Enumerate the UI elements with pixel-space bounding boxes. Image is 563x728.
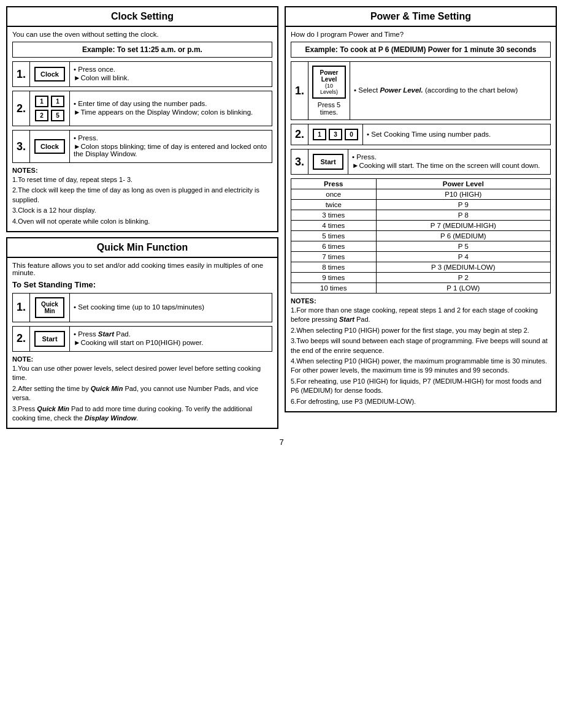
clock-notes: NOTES: 1.To reset time of day, repeat st… <box>12 167 272 226</box>
qm-step2-table: 2. Start Press Start Pad. Cooking will s… <box>12 326 272 352</box>
quick-min-key-line2: Min <box>44 308 55 314</box>
pt-step3-item2: Cooking will start. The time on the scre… <box>352 162 546 169</box>
clock-note-2: 2.The clock will keep the time of day as… <box>12 186 272 205</box>
clock-example: Example: To set 11:25 a.m. or p.m. <box>12 42 272 58</box>
pt-step3-num: 3. <box>291 150 308 175</box>
pt-step3-item1: Press. <box>352 153 546 161</box>
pt-note-6: 6.For defrosting, use P3 (MEDIUM-LOW). <box>291 397 551 406</box>
clock-note-3: 3.Clock is a 12 hour display. <box>12 206 272 215</box>
clock-step2-table: 2. 1 1 2 5 Enter time of day using t <box>12 91 272 126</box>
left-column: Clock Setting You can use the oven witho… <box>6 6 278 429</box>
clock-key-1: Clock <box>34 67 65 82</box>
power-row-2-level: P 9 <box>376 200 550 210</box>
power-level-key: Power Level (10 Levels) <box>312 66 346 99</box>
page-container: Clock Setting You can use the oven witho… <box>6 6 557 429</box>
qm-step2-desc: Press Start Pad. Cooking will start on P… <box>70 326 272 351</box>
power-level-table: Press Power Level onceP10 (HIGH) twiceP … <box>291 178 551 294</box>
clock-key-2: 1 <box>51 96 64 107</box>
clock-key-3b: Clock <box>34 139 65 154</box>
power-level-line3: (10 Levels) <box>317 83 341 95</box>
pt-step1-item1: Select Power Level. (according to the ch… <box>354 86 546 94</box>
power-row-6-level: P 5 <box>376 241 550 252</box>
power-row-5-press: 5 times <box>291 231 377 241</box>
qm-notes: NOTE: 1.You can use other power levels, … <box>12 355 272 423</box>
pt-step1-desc: Select Power Level. (according to the ch… <box>350 62 551 120</box>
power-row-3-press: 3 times <box>291 210 377 221</box>
pt-step2-item1: Set Cooking Time using number pads. <box>367 131 546 138</box>
clock-key-3: 2 <box>35 110 48 121</box>
clock-step1-icon: Clock <box>30 62 70 87</box>
clock-step2-desc: Enter time of day using the number pads.… <box>70 91 272 126</box>
clock-step2-icon: 1 1 2 5 <box>30 91 70 126</box>
clock-step1-table: 1. Clock Press once. Colon will blink. <box>12 61 272 87</box>
pt-step2-num: 2. <box>291 124 308 145</box>
power-row-4-press: 4 times <box>291 221 377 231</box>
pt-note-2: 2.When selecting P10 (HIGH) power for th… <box>291 326 551 335</box>
power-row-7-level: P 4 <box>376 252 550 262</box>
pt-step1-num: 1. <box>291 62 308 120</box>
page-number: 7 <box>6 438 557 447</box>
qm-note-3: 3.Press Quick Min Pad to add more time d… <box>12 404 272 423</box>
pt-notes-title: NOTES: <box>291 297 551 305</box>
start-key-qm: Start <box>34 331 65 347</box>
pt-key-3: 3 <box>329 129 342 140</box>
qm-step2-item1: Press Start Pad. <box>74 330 268 338</box>
power-row-7-press: 7 times <box>291 252 377 262</box>
pt-notes: NOTES: 1.For more than one stage cooking… <box>291 297 551 406</box>
clock-notes-title: NOTES: <box>12 167 272 174</box>
clock-step2-item1: Enter time of day using the number pads. <box>74 100 268 107</box>
power-row-6-press: 6 times <box>291 241 377 252</box>
qm-note-2: 2.After setting the time by Quick Min Pa… <box>12 384 272 403</box>
qm-step2-num: 2. <box>13 326 30 351</box>
clock-step1-num: 1. <box>13 62 30 87</box>
qm-step2-icon: Start <box>30 326 70 351</box>
clock-step3-item1: Press. <box>74 134 268 142</box>
power-row-5-level: P 6 (MEDIUM) <box>376 231 550 241</box>
power-table-header-press: Press <box>291 179 377 189</box>
quick-min-content: This feature allows you to set and/or ad… <box>7 258 277 428</box>
power-time-title: Power & Time Setting <box>286 7 556 27</box>
clock-step2-num: 2. <box>13 91 30 126</box>
quick-min-key: Quick Min <box>35 297 64 318</box>
power-row-10-level: P 1 (LOW) <box>376 283 550 294</box>
qm-note-1: 1.You can use other power levels, select… <box>12 364 272 383</box>
clock-key-1: 1 <box>35 96 48 107</box>
power-row-8-level: P 3 (MEDIUM-LOW) <box>376 262 550 273</box>
power-table-header-level: Power Level <box>376 179 550 189</box>
power-row-4-level: P 7 (MEDIUM-HIGH) <box>376 221 550 231</box>
start-key-pt: Start <box>313 154 343 170</box>
power-row-3-level: P 8 <box>376 210 550 221</box>
power-row-1-press: once <box>291 189 377 200</box>
clock-setting-title: Clock Setting <box>7 7 277 27</box>
quick-min-intro: This feature allows you to set and/or ad… <box>12 262 272 276</box>
quick-min-section: Quick Min Function This feature allows y… <box>6 237 278 429</box>
standing-time-title: To Set Standing Time: <box>12 280 272 289</box>
power-row-9-level: P 2 <box>376 273 550 283</box>
clock-step3-desc: Press. Colon stops blinking; time of day… <box>70 131 272 163</box>
press-5-times: Press 5 times. <box>312 101 346 116</box>
pt-key-0: 0 <box>345 129 358 140</box>
power-row-8-press: 8 times <box>291 262 377 273</box>
clock-step3-icon: Clock <box>30 131 70 163</box>
qm-step1-item1: Set cooking time (up to 10 taps/minutes) <box>74 303 268 311</box>
power-row-1-level: P10 (HIGH) <box>376 189 550 200</box>
qm-notes-title: NOTE: <box>12 355 272 363</box>
power-level-line1: Power <box>320 69 339 76</box>
power-time-content: How do I program Power and Time? Example… <box>286 27 556 411</box>
power-row-9-press: 9 times <box>291 273 377 283</box>
pt-step2-desc: Set Cooking Time using number pads. <box>363 124 551 145</box>
clock-setting-content: You can use the oven without setting the… <box>7 27 277 231</box>
qm-step2-item2: Cooking will start on P10(HIGH) power. <box>74 339 268 346</box>
power-row-2-press: twice <box>291 200 377 210</box>
clock-note-4: 4.Oven will not operate while colon is b… <box>12 217 272 226</box>
pt-step3-desc: Press. Cooking will start. The time on t… <box>348 150 551 175</box>
pt-note-5: 5.For reheating, use P10 (HIGH) for liqu… <box>291 377 551 396</box>
clock-step3-num: 3. <box>13 131 30 163</box>
quick-min-key-line1: Quick <box>41 301 58 308</box>
power-row-10-press: 10 times <box>291 283 377 294</box>
right-column: Power & Time Setting How do I program Po… <box>285 6 557 429</box>
power-level-line2: Level <box>321 76 337 83</box>
clock-intro: You can use the oven without setting the… <box>12 31 272 38</box>
quick-min-title: Quick Min Function <box>7 238 277 258</box>
pt-step1-table: 1. Power Level (10 Levels) Press 5 times… <box>291 61 551 120</box>
